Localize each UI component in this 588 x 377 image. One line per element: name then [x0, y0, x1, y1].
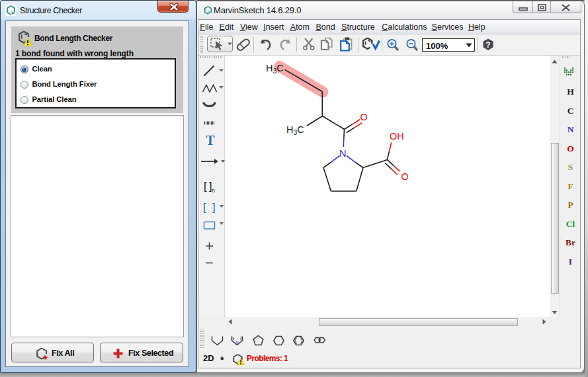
svg-text:]: ] — [212, 201, 216, 213]
svg-text:O: O — [360, 112, 368, 122]
svg-text:O: O — [401, 171, 409, 182]
svg-text:n: n — [212, 187, 215, 194]
svg-text:?: ? — [485, 40, 490, 50]
svg-text:[ ]: [ ] — [204, 180, 212, 192]
svg-text:N: N — [236, 341, 239, 345]
svg-text:H3C: H3C — [286, 124, 304, 137]
svg-text:T: T — [206, 133, 215, 147]
svg-text:N: N — [339, 148, 346, 159]
svg-text:OH: OH — [390, 131, 404, 142]
svg-text:[: [ — [203, 201, 206, 213]
